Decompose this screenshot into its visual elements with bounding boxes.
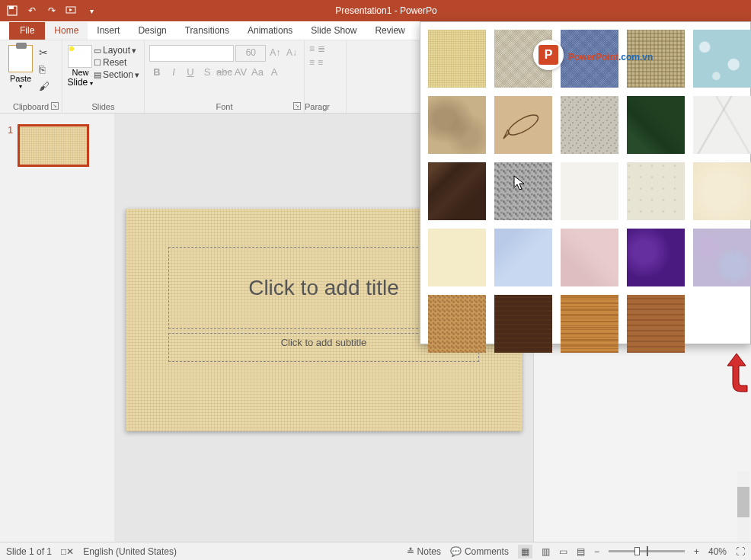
clipboard-launcher-icon[interactable]: ↘ — [51, 102, 59, 110]
increase-font-icon[interactable]: A↑ — [267, 45, 283, 62]
new-slide-button[interactable]: New Slide ▾ — [67, 42, 94, 88]
texture-denim[interactable] — [561, 30, 618, 88]
underline-button[interactable]: U — [183, 65, 198, 82]
notes-button[interactable]: ≛ Notes — [407, 546, 441, 557]
fit-to-window-icon[interactable]: ⛶ — [736, 546, 745, 557]
texture-blue-tissue[interactable] — [494, 229, 552, 286]
tab-insert[interactable]: Insert — [88, 22, 129, 40]
tab-file[interactable]: File — [9, 22, 45, 40]
zoom-out-icon[interactable]: − — [594, 546, 599, 557]
texture-cork[interactable] — [428, 295, 486, 353]
tab-slideshow[interactable]: Slide Show — [302, 22, 366, 40]
layout-button[interactable]: ▭ Layout ▾ — [94, 45, 139, 56]
font-launcher-icon[interactable]: ↘ — [293, 102, 301, 110]
cut-icon[interactable]: ✂ — [39, 46, 59, 60]
title-bar: ↶ ↷ ▾ Presentation1 - PowerPo — [0, 0, 751, 21]
svg-rect-1 — [9, 6, 14, 9]
zoom-level[interactable]: 40% — [708, 546, 727, 557]
zoom-slider[interactable] — [609, 550, 685, 552]
bullets-icon[interactable]: ≡ — [309, 43, 315, 54]
font-name-combo[interactable] — [149, 45, 234, 62]
spacing-button[interactable]: AV — [233, 65, 248, 82]
slide-counter: Slide 1 of 1 — [6, 546, 52, 557]
numbering-icon[interactable]: ≣ — [318, 43, 325, 54]
reset-button[interactable]: ☐ Reset — [94, 57, 139, 68]
strikethrough-button[interactable]: abc — [216, 65, 232, 82]
zoom-in-icon[interactable]: + — [694, 546, 699, 557]
status-bar: Slide 1 of 1 □✕ English (United States) … — [0, 542, 751, 560]
language-status[interactable]: English (United States) — [83, 546, 177, 557]
comments-button[interactable]: 💬 Comments — [450, 546, 509, 557]
texture-newsprint[interactable] — [561, 162, 618, 220]
start-from-beginning-icon[interactable] — [62, 2, 81, 19]
texture-brown-marble[interactable] — [428, 162, 486, 220]
slide-thumbnails-panel: 1 — [0, 114, 114, 542]
texture-papyrus[interactable] — [428, 30, 486, 88]
tab-animations[interactable]: Animations — [238, 22, 302, 40]
texture-walnut[interactable] — [494, 295, 552, 353]
slide-thumbnail-1[interactable]: 1 — [8, 124, 107, 167]
group-slides: New Slide ▾ ▭ Layout ▾ ☐ Reset ▤ Section… — [62, 40, 145, 113]
reading-view-icon[interactable]: ▭ — [559, 546, 567, 557]
undo-icon[interactable]: ↶ — [23, 2, 41, 19]
tab-design[interactable]: Design — [129, 22, 175, 40]
copy-icon[interactable]: ⎘ — [39, 63, 59, 77]
texture-sand[interactable] — [561, 96, 618, 154]
section-button[interactable]: ▤ Section ▾ — [94, 69, 139, 80]
texture-white-marble[interactable] — [693, 96, 751, 154]
save-icon[interactable] — [3, 2, 21, 19]
italic-button[interactable]: I — [166, 65, 181, 82]
texture-fish-fossil[interactable] — [494, 96, 552, 154]
normal-view-icon[interactable]: ▦ — [518, 545, 532, 558]
texture-canvas[interactable] — [494, 30, 552, 88]
texture-green-marble[interactable] — [627, 96, 685, 154]
group-clipboard: Paste ▾ ✂ ⎘ 🖌 Clipboard ↘ — [0, 40, 62, 113]
svg-point-3 — [506, 111, 541, 139]
texture-purple-mesh[interactable] — [627, 229, 685, 286]
redo-icon[interactable]: ↷ — [43, 2, 61, 19]
texture-water-droplets[interactable] — [693, 30, 751, 88]
decrease-font-icon[interactable]: A↓ — [284, 45, 299, 62]
font-size-combo[interactable]: 60 — [235, 45, 266, 62]
change-case-button[interactable]: Aa — [250, 65, 265, 82]
texture-stationery[interactable] — [428, 229, 486, 286]
texture-bouquet[interactable] — [693, 229, 751, 286]
align-center-icon[interactable]: ≡ — [318, 57, 323, 68]
bold-button[interactable]: B — [149, 65, 165, 82]
align-left-icon[interactable]: ≡ — [309, 57, 315, 68]
texture-paper-bag[interactable] — [428, 96, 486, 154]
tab-home[interactable]: Home — [45, 22, 88, 40]
group-paragraph: ≡≣ ≡≡ Paragr — [305, 40, 347, 113]
texture-oak[interactable] — [561, 295, 618, 353]
customize-qat-icon[interactable]: ▾ — [82, 2, 101, 19]
format-painter-icon[interactable]: 🖌 — [39, 80, 59, 94]
sorter-view-icon[interactable]: ▥ — [542, 546, 550, 557]
texture-gallery-popup — [420, 21, 751, 344]
group-font: 60 A↑ A↓ B I U S abc AV Aa A Font ↘ — [145, 40, 305, 113]
spellcheck-icon[interactable]: □✕ — [61, 546, 74, 557]
paste-button[interactable]: Paste ▾ — [5, 42, 37, 90]
tab-transitions[interactable]: Transitions — [176, 22, 238, 40]
texture-pink-tissue[interactable] — [561, 229, 618, 286]
texture-recycled-paper[interactable] — [627, 162, 685, 220]
font-color-button[interactable]: A — [267, 65, 282, 82]
texture-medium-wood[interactable] — [627, 295, 685, 353]
slideshow-view-icon[interactable]: ▤ — [577, 546, 585, 557]
texture-granite[interactable] — [494, 162, 552, 220]
texture-parchment[interactable] — [693, 162, 751, 220]
texture-woven-mat[interactable] — [627, 30, 685, 88]
shadow-button[interactable]: S — [200, 65, 215, 82]
window-title: Presentation1 - PowerPo — [101, 5, 672, 16]
tab-review[interactable]: Review — [366, 22, 414, 40]
